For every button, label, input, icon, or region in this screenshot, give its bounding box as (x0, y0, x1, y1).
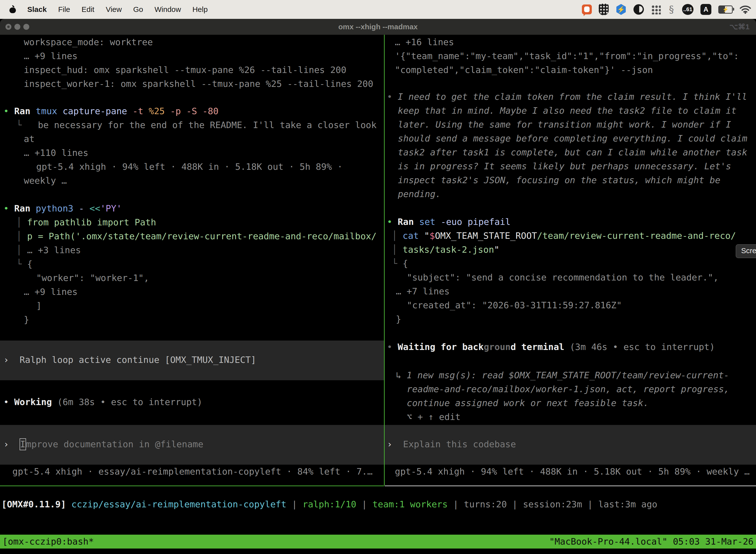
terminal-line: • Waiting for background terminal (3m 46… (387, 340, 715, 354)
terminal-line: inspect_hud: omx sparkshell --tmux-pane … (24, 63, 346, 77)
menu-file[interactable]: File (58, 5, 70, 14)
terminal-line: keep that in mind. Maybe I also need the… (398, 104, 737, 118)
terminal-line: later. Using the same for transition mig… (398, 118, 731, 131)
terminal-line: gpt-5.4 xhigh · essay/ai-reimplementatio… (12, 465, 373, 479)
tmux-host-time: "MacBook-Pro-44.local" 05:03 31-Mar-26 (549, 535, 754, 549)
app-menus: SlackFileEditViewGoWindowHelp (27, 5, 208, 14)
menu-window[interactable]: Window (154, 5, 181, 14)
right-pane-bottom-border (385, 486, 756, 486)
terminal-line: is in progress? It seems likely but perh… (398, 159, 731, 173)
menu-bar: SlackFileEditViewGoWindowHelp ..61 A (0, 0, 756, 19)
terminal-line: weekly … (24, 174, 67, 188)
a-key-icon[interactable]: A (700, 4, 711, 15)
terminal-line: │ p = Path('.omx/state/team/review-curre… (16, 229, 377, 243)
left-pane-bottom-border (0, 486, 384, 486)
terminal-line: │ from pathlib import Path (16, 215, 156, 229)
screenshot-tooltip: Scre (736, 244, 756, 258)
terminal-line: ↳ 1 new msg(s): read $OMX_TEAM_STATE_ROO… (396, 368, 729, 382)
terminal-line: │ … +3 lines (16, 243, 81, 257)
terminal-line: │ cat "$OMX_TEAM_STATE_ROOT/team/review-… (392, 229, 736, 243)
tmux-session-label: [omx-cczip0:bash* (2, 535, 94, 549)
window-shortcut-hint: ⌥⌘1 (730, 19, 750, 35)
terminal-line: … +7 lines (396, 284, 450, 298)
menu-help[interactable]: Help (192, 5, 208, 14)
terminal-line: task2 after task1 is complete, but can I… (398, 146, 747, 159)
terminal-line: "worker": "worker-1", (36, 271, 149, 285)
terminal-line: • Ran tmux capture-pane -t %25 -p -S -80 (3, 104, 218, 118)
terminal-line: └ { (16, 257, 33, 271)
terminal-line: readme-and-reco/mailbox/worker-1.json, a… (407, 382, 729, 396)
terminal-line: } (396, 312, 401, 326)
menu-view[interactable]: View (106, 5, 122, 14)
window-title-bar[interactable]: omx --xhigh --madmax ⌥⌘1 (0, 19, 756, 35)
terminal-line: … +16 lines (395, 35, 454, 49)
badge-61-icon[interactable]: ..61 (682, 4, 693, 15)
terminal-line: continue assigned work or next feasible … (407, 396, 649, 410)
terminal-line: "completed","claim_token":"claim-token"}… (395, 63, 653, 77)
menu-slack[interactable]: Slack (27, 5, 47, 14)
terminal-line: at (24, 132, 35, 146)
terminal-line: └ be necessary for the end of the README… (16, 118, 377, 132)
terminal-line: "created_at": "2026-03-31T11:59:27.816Z" (407, 298, 622, 312)
terminal-line: › Explain this codebase (387, 437, 516, 451)
wifi-icon[interactable] (740, 5, 751, 14)
window-title: omx --xhigh --madmax (0, 19, 756, 35)
keypad-shield-icon[interactable] (599, 4, 609, 15)
terminal-line: › Ralph loop active continue [OMX_TMUX_I… (3, 353, 256, 367)
hook-icon[interactable] (668, 4, 675, 15)
terminal-line: • I need to get the claim token from the… (387, 90, 747, 104)
terminal-line: should send a message before completing … (398, 131, 747, 146)
terminal-line: › Improve documentation in @filename (3, 437, 203, 451)
menu-go[interactable]: Go (133, 5, 143, 14)
terminal-line: … +9 lines (24, 285, 78, 299)
terminal-line: gpt-5.4 xhigh · 94% left · 488K in · 5.1… (395, 465, 750, 479)
terminal-line: • Ran set -euo pipefail (387, 215, 511, 229)
terminal-line: ⌥ + ↑ edit (407, 410, 460, 424)
tmux-status-bar: [omx-cczip0:bash* "MacBook-Pro-44.local"… (0, 535, 756, 549)
terminal-line: • Ran python3 - <<'PY' (3, 202, 122, 215)
terminal-line: } (24, 313, 29, 327)
terminal-line: inspect_worker-1: omx sparkshell --tmux-… (24, 77, 373, 91)
battery-icon[interactable] (718, 5, 733, 14)
terminal-line: • Working (6m 38s • esc to interrupt) (3, 395, 202, 409)
terminal: workspace_mode: worktree… +9 linesinspec… (0, 0, 756, 554)
menu-edit[interactable]: Edit (82, 5, 94, 14)
apple-menu-icon[interactable] (9, 5, 16, 13)
lightning-icon[interactable] (616, 4, 627, 15)
terminal-line: │ tasks/task-2.json" (392, 243, 500, 257)
terminal-line: … +9 lines (24, 49, 78, 63)
terminal-line: workspace_mode: worktree (24, 35, 153, 49)
terminal-line: └ { (392, 257, 408, 271)
terminal-line: '{"team_name":"my-team","task_id":"1","f… (395, 49, 739, 63)
terminal-line: … +110 lines (24, 146, 88, 160)
orange-chat-icon[interactable] (582, 4, 592, 14)
terminal-line: pending. (398, 187, 441, 201)
dots-grid-icon[interactable] (651, 4, 661, 14)
terminal-line: [OMX#0.11.9] cczip/essay/ai-reimplementa… (1, 497, 657, 511)
terminal-line: gpt-5.4 xhigh · 94% left · 488K in · 5.1… (36, 160, 342, 174)
menu-bar-extras: ..61 A (582, 0, 751, 19)
terminal-line: ] (36, 299, 42, 313)
pane-divider-vertical (384, 35, 385, 486)
terminal-line: "subject": "send a concise recommendatio… (407, 271, 718, 284)
terminal-line: inspect task2's JSON, focusing on the st… (398, 173, 720, 187)
dark-pie-icon[interactable] (633, 4, 644, 15)
